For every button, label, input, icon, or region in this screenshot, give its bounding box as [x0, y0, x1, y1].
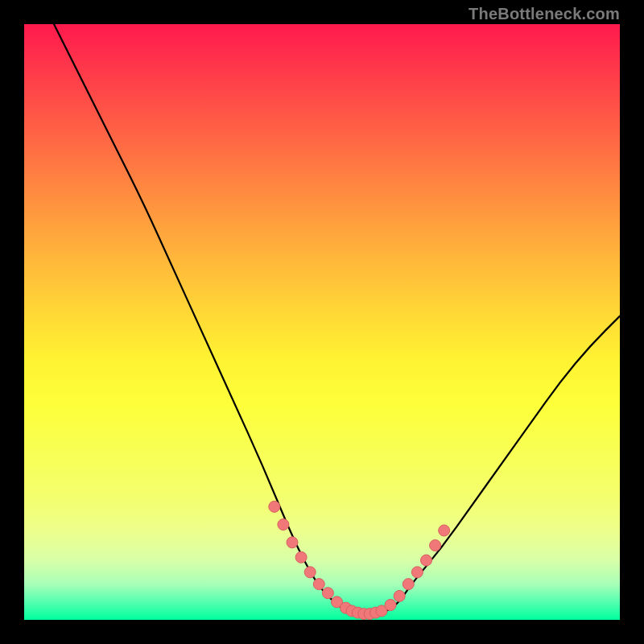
- highlight-dot: [411, 567, 423, 578]
- highlight-dot: [430, 540, 441, 551]
- highlight-dot: [287, 537, 298, 548]
- highlight-dot: [421, 555, 432, 566]
- watermark-text: TheBottleneck.com: [469, 5, 620, 23]
- highlight-dot: [439, 525, 450, 536]
- highlight-dot: [304, 567, 316, 578]
- highlight-dot: [295, 551, 307, 563]
- optimal-range-dots: [269, 501, 450, 619]
- plot-area: [24, 24, 620, 620]
- highlight-dot: [394, 590, 405, 601]
- highlight-dot: [322, 588, 333, 599]
- highlight-dot: [402, 579, 414, 590]
- highlight-dot: [385, 600, 396, 611]
- chart-frame: TheBottleneck.com: [0, 0, 644, 644]
- highlight-dot: [278, 519, 289, 530]
- highlight-dot: [313, 579, 324, 590]
- bottleneck-curve: [54, 24, 620, 614]
- curve-layer: [24, 24, 620, 620]
- highlight-dot: [269, 501, 280, 512]
